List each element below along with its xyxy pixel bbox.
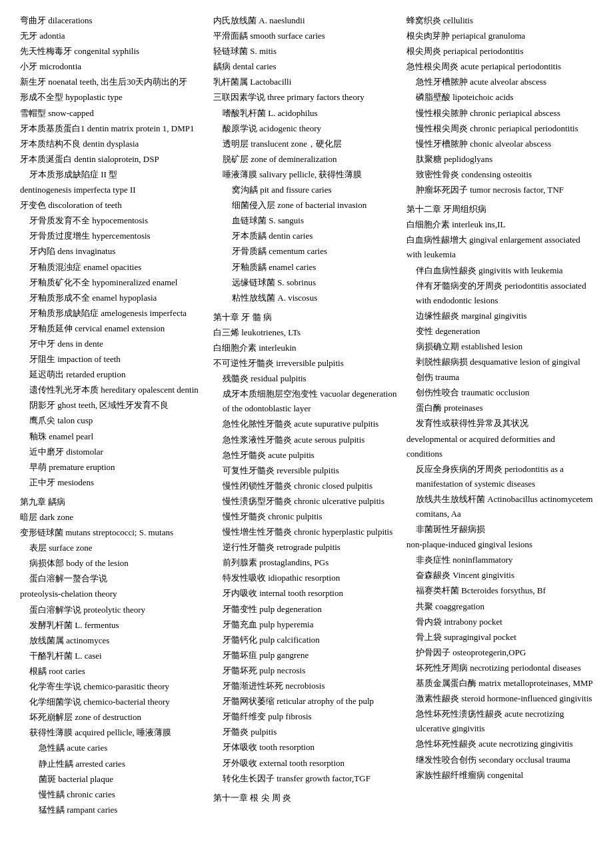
list-item: 病损确立期 established lesion (406, 339, 593, 354)
column-1: 弯曲牙 dilacerations无牙 adontia先天性梅毒牙 congen… (20, 13, 207, 818)
list-item: 逆行性牙髓炎 retrograde pulpitis (213, 540, 400, 555)
list-item: 嗜酸乳杆菌 L. acidophilus (213, 106, 400, 121)
list-item: 正中牙 mesiodens (20, 475, 207, 490)
main-content: 弯曲牙 dilacerations无牙 adontia先天性梅毒牙 congen… (20, 13, 593, 818)
list-item: 窝沟龋 pit and fissure caries (213, 183, 400, 197)
list-item: 牙髓充血 pulp hyperemia (213, 617, 400, 632)
list-item: 形成不全型 hypoplastic type (20, 90, 207, 105)
list-item: 白三烯 leukotrienes, LTs (213, 325, 400, 340)
list-item: 近中磨牙 distomolar (20, 445, 207, 459)
list-item: 牙釉质龋 enamel caries (213, 260, 400, 275)
list-item: 可复性牙髓炎 reversible pulpitis (213, 463, 400, 478)
list-item: 牙中牙 dens in dente (20, 337, 207, 351)
list-item: 急性化脓性牙髓炎 acute supurative pulpitis (213, 417, 400, 431)
list-item: 静止性龋 arrested caries (20, 757, 207, 771)
list-item: 平滑面龋 smooth surface caries (213, 29, 400, 43)
column-3: 蜂窝织炎 cellulitis根尖肉芽肿 periapical granulom… (406, 13, 593, 783)
list-item: 慢性龋 chronic caries (20, 787, 207, 802)
list-item: 放线共生放线杆菌 Actinobacillus actinomycetem co… (406, 492, 593, 521)
list-item: 牙内陷 dens invaginatus (20, 244, 207, 259)
list-item: 粘性放线菌 A. viscosus (213, 291, 400, 305)
list-item: 慢性闭锁性牙髓炎 chronic closed pulpitis (213, 479, 400, 493)
list-item: 发育性或获得性异常及其状况 (406, 416, 593, 431)
list-item: 慢性牙槽脓肿 chonic alveolar abscess (406, 137, 593, 151)
list-item: 蛋白溶解学说 proteolytic theory (20, 603, 207, 617)
list-item: 猛性龋 rampant caries (20, 803, 207, 817)
list-item: 牙本质形成缺陷症 II 型 (20, 167, 207, 182)
list-item: 急性龋 acute caries (20, 741, 207, 755)
list-item: 细菌侵入层 zone of bacterial invasion (213, 198, 400, 213)
list-item: 变性 degeneration (406, 324, 593, 339)
list-item: 雪帽型 snow-capped (20, 106, 207, 121)
list-item: 第十一章 根 尖 周 炎 (213, 791, 400, 805)
list-item: 脱矿层 zone of demineralization (213, 152, 400, 167)
list-item: 遗传性乳光牙本质 hereditary opalescent dentin (20, 383, 207, 397)
list-item: 牙釉质延伸 cervical enamel extension (20, 321, 207, 336)
list-item: 根尖肉芽肿 periapical granuloma (406, 29, 593, 43)
list-item: 牙本质龋 dentin caries (213, 229, 400, 243)
list-item: 特发性吸收 idiopathic resorption (213, 571, 400, 585)
list-item: 福赛类杆菌 Bcteroides forsythus, Bf (406, 583, 593, 598)
list-item: 弯曲牙 dilacerations (20, 13, 207, 28)
list-item: 牙髓钙化 pulp calcification (213, 633, 400, 647)
list-item: 透明层 translucent zone，硬化层 (213, 137, 400, 151)
list-item: 表层 surface zone (20, 541, 207, 555)
list-item: 先天性梅毒牙 congenital syphilis (20, 44, 207, 59)
list-item: 基质金属蛋白酶 matrix metalloproteinases, MMP (406, 676, 593, 691)
list-item: 牙骨质过度增生 hypercementosis (20, 229, 207, 243)
list-item: 坏死崩解层 zone of destruction (20, 710, 207, 725)
list-item: 慢性溃疡型牙髓炎 chronic ulcerative pulpitis (213, 494, 400, 509)
list-item: 牙髓坏疽 pulp gangrene (213, 648, 400, 663)
list-item: 阴影牙 ghost teeth, 区域性牙发育不良 (20, 398, 207, 413)
list-item: 获得性薄膜 acquired pellicle, 唾液薄膜 (20, 725, 207, 740)
list-item: 牙釉质形成缺陷症 amelogenesis imperfecta (20, 306, 207, 321)
list-item: 第十二章 牙周组织病 (406, 202, 593, 217)
list-item: 化学细菌学说 chemico-bacterial theory (20, 695, 207, 709)
list-item: 牙髓渐进性坏死 necrobiosis (213, 679, 400, 693)
list-item: 牙阻生 impaction of teeth (20, 352, 207, 367)
list-item: 牙髓炎 pulpitis (213, 725, 400, 739)
list-item: 转化生长因子 transfer growth factor,TGF (213, 771, 400, 786)
list-item: 急性牙髓炎 acute pulpitis (213, 448, 400, 463)
list-item: 龋病 dental caries (213, 59, 400, 74)
list-item: 边缘性龈炎 marginal gingivitis (406, 309, 593, 323)
list-item: dentinogenesis imperfecta type II (20, 183, 207, 197)
list-item: 根龋 root caries (20, 664, 207, 679)
list-item: 创伤性咬合 traumatic occlusion (406, 385, 593, 400)
list-item: 小牙 microdontia (20, 59, 207, 74)
list-item: 共聚 coaggregation (406, 599, 593, 614)
list-item: 牙本质结构不良 dentin dysplasia (20, 137, 207, 151)
list-item: 慢性牙髓炎 chronic pulpitis (213, 509, 400, 524)
list-item: 放线菌属 actinomyces (20, 633, 207, 648)
list-item: 病损体部 body of the lesion (20, 556, 207, 571)
list-item: 唾液薄膜 salivary pellicle, 获得性薄膜 (213, 167, 400, 182)
list-item: proteolysis-chelation theory (20, 587, 207, 601)
list-item: 牙髓变性 pulp degeneration (213, 602, 400, 617)
list-item: 急性坏死性溃疡性龈炎 acute necrotizing ulcerative … (406, 707, 593, 736)
list-item: 前列腺素 prostaglandins, PGs (213, 555, 400, 570)
list-item: 骨上袋 supragingival pocket (406, 630, 593, 645)
list-item: 急性坏死性龈炎 acute necrotizing gingivitis (406, 737, 593, 751)
list-item: 釉珠 enamel pearl (20, 429, 207, 444)
list-item: 延迟萌出 retarded eruption (20, 367, 207, 382)
list-item: 牙骨质发育不全 hypocementosis (20, 213, 207, 228)
list-item: 早萌 premature eruption (20, 460, 207, 475)
list-item: 护骨因子 osteoprotegerin,OPG (406, 645, 593, 660)
list-item: 暗层 dark zone (20, 510, 207, 525)
list-item: 白血病性龈增大 gingival enlargement associated … (406, 233, 593, 262)
list-item: 第九章 龋病 (20, 495, 207, 509)
list-item: 牙釉质形成不全 enamel hypoplasia (20, 291, 207, 305)
list-item: 非炎症性 noninflammatory (406, 553, 593, 567)
list-item: 不可逆性牙髓炎 irreversible pulpitis (213, 356, 400, 371)
list-item: 激素性龈炎 steroid hormone-influenced gingivi… (406, 691, 593, 706)
list-item: 坏死性牙周病 necrotizing periodontal diseases (406, 661, 593, 675)
list-item: 牙髓网状萎缩 reticular atrophy of the pulp (213, 694, 400, 709)
list-item: 乳杆菌属 Lactobacilli (213, 75, 400, 89)
column-2: 内氏放线菌 A. naeslundii平滑面龋 smooth surface c… (213, 13, 400, 806)
list-item: 牙釉质矿化不全 hypomineralized enamel (20, 275, 207, 290)
list-item: 伴有牙髓病变的牙周炎 periodontitis associated with… (406, 279, 593, 308)
list-item: 内氏放线菌 A. naeslundii (213, 13, 400, 28)
list-item: 慢性根尖脓肿 chronic periapical abscess (406, 106, 593, 121)
list-item: 鹰爪尖 talon cusp (20, 413, 207, 428)
list-item: 慢性根尖周炎 chronic periapical periodontitis (406, 121, 593, 136)
